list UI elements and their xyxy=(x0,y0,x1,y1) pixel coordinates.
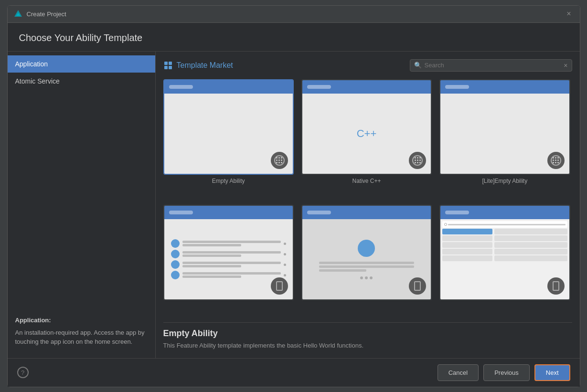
badge-inner xyxy=(412,155,423,166)
sidebar-item-application[interactable]: Application xyxy=(8,55,155,73)
cancel-button[interactable]: Cancel xyxy=(438,364,479,381)
list-lines xyxy=(182,251,281,257)
create-project-dialog: Create Project × Choose Your Ability Tem… xyxy=(7,5,580,387)
settings-item xyxy=(442,255,492,261)
settings-search xyxy=(442,221,567,228)
template-grid: Empty Ability C++ xyxy=(163,79,572,317)
sidebar-item-atomic-service[interactable]: Atomic Service xyxy=(8,73,155,90)
cpp-icon-text: C++ xyxy=(357,127,377,140)
svg-rect-5 xyxy=(164,66,168,69)
badge-inner xyxy=(551,155,561,166)
card-badge-phone xyxy=(271,277,288,295)
search-clear-icon[interactable]: × xyxy=(564,62,567,69)
template-card-detail[interactable] xyxy=(301,205,432,317)
close-button[interactable]: × xyxy=(564,9,574,19)
badge-dot xyxy=(419,159,421,161)
card-header-pill xyxy=(445,85,469,89)
previous-button[interactable]: Previous xyxy=(483,364,530,381)
panel-title: Template Market xyxy=(163,61,233,70)
right-panel: Template Market 🔍 × xyxy=(156,52,580,358)
badge-dot xyxy=(553,162,554,163)
panel-title-text: Template Market xyxy=(177,61,233,70)
badge-dot xyxy=(278,157,280,159)
detail-preview xyxy=(301,205,432,300)
main-wrapper: Choose Your Ability Template Application… xyxy=(8,23,580,387)
help-button[interactable]: ? xyxy=(17,367,29,378)
page-heading: Choose Your Ability Template xyxy=(8,23,580,52)
card-header-pill xyxy=(169,85,193,89)
detail-avatar xyxy=(358,240,375,257)
search-icon: 🔍 xyxy=(414,62,422,69)
list-line xyxy=(182,262,281,264)
list-line-short xyxy=(182,254,242,257)
settings-search-icon xyxy=(444,223,447,226)
settings-preview xyxy=(439,205,570,300)
dialog-title: Create Project xyxy=(27,11,66,18)
next-button[interactable]: Next xyxy=(534,364,570,381)
card-header-bar xyxy=(302,80,431,94)
settings-item xyxy=(494,242,567,248)
badge-dot xyxy=(276,157,277,159)
detail-line xyxy=(319,265,414,268)
badge-dot xyxy=(281,157,282,159)
footer: ? Cancel Previous Next xyxy=(8,358,580,387)
template-card-lite-empty[interactable]: [Lite]Empty Ability xyxy=(439,79,570,198)
title-bar-left: Create Project xyxy=(13,9,66,19)
list-avatar xyxy=(171,250,180,258)
search-box[interactable]: 🔍 × xyxy=(410,59,572,72)
settings-item xyxy=(442,242,492,248)
badge-dot xyxy=(419,162,421,163)
svg-rect-6 xyxy=(169,66,172,69)
native-cpp-label: Native C++ xyxy=(352,178,381,184)
phone-badge-icon xyxy=(414,281,421,291)
empty-ability-label: Empty Ability xyxy=(212,178,245,184)
selected-template-title: Empty Ability xyxy=(163,328,572,339)
list-line-short xyxy=(182,244,242,246)
card-header-bar xyxy=(164,206,293,219)
badge-dot xyxy=(553,159,554,161)
list-row xyxy=(171,250,286,258)
template-card-list[interactable] xyxy=(163,205,294,317)
badge-dot xyxy=(417,159,418,161)
badge-dot xyxy=(555,159,556,161)
settings-item xyxy=(442,235,492,241)
badge-dot xyxy=(415,159,416,161)
settings-search-line xyxy=(448,224,565,225)
list-lines xyxy=(182,272,281,278)
badge-dot xyxy=(276,159,277,161)
list-line xyxy=(182,251,281,254)
card-badge-group xyxy=(547,152,565,169)
title-bar: Create Project × xyxy=(8,6,580,23)
card-header-pill xyxy=(307,211,331,214)
badge-inner xyxy=(274,155,285,166)
card-badge-group xyxy=(409,152,426,169)
badge-dot xyxy=(419,157,421,159)
badge-dot xyxy=(417,157,418,159)
list-lines xyxy=(182,241,281,246)
app-logo-icon xyxy=(13,9,23,19)
sidebar-description: Application: An installation-required ap… xyxy=(8,308,155,354)
template-card-empty-ability[interactable]: Empty Ability xyxy=(163,79,294,198)
badge-dots xyxy=(276,157,282,163)
search-input[interactable] xyxy=(425,62,561,69)
badge-dot xyxy=(417,162,418,163)
detail-lines xyxy=(319,262,414,272)
template-card-settings[interactable] xyxy=(439,205,570,317)
list-dot xyxy=(284,253,286,255)
settings-left xyxy=(442,229,492,297)
template-card-native-cpp[interactable]: C++ xyxy=(301,79,432,198)
list-lines xyxy=(182,262,281,267)
badge-dot xyxy=(557,159,559,161)
detail-dots xyxy=(360,276,373,279)
badge-dot xyxy=(415,162,416,163)
badge-dot xyxy=(281,162,282,163)
list-avatar xyxy=(171,260,180,269)
card-header-pill xyxy=(169,211,193,214)
list-dot xyxy=(284,274,286,276)
list-avatar xyxy=(171,271,180,279)
badge-dots xyxy=(415,157,421,163)
card-badge-group xyxy=(271,152,288,169)
badge-dot xyxy=(555,162,556,163)
detail-dot xyxy=(360,276,363,279)
card-header-bar xyxy=(440,206,569,219)
